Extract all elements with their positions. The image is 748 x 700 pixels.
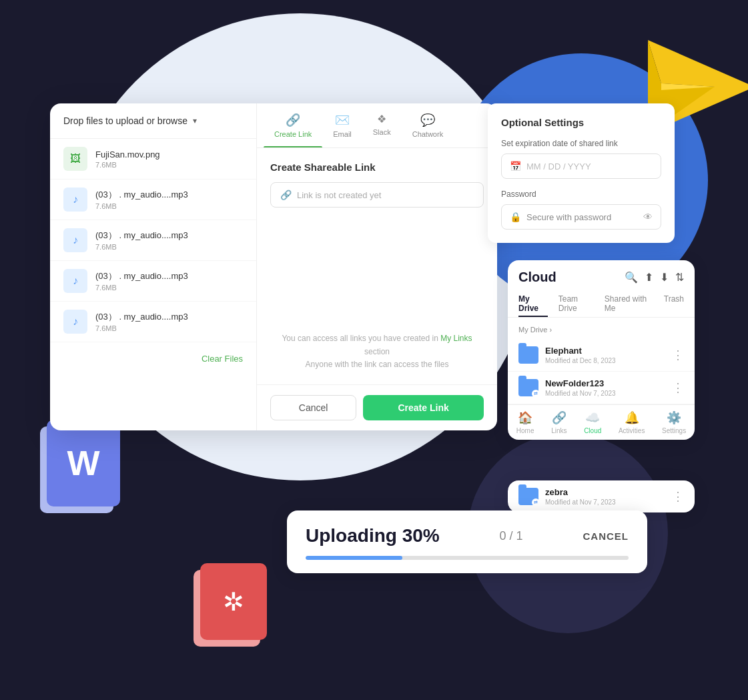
folder-date-newfolder: Modified at Nov 7, 2023: [545, 390, 665, 397]
word-letter: W: [67, 443, 99, 483]
info-line3: Anyone with the link can access the file…: [306, 360, 449, 369]
nav-links-label: Links: [551, 427, 567, 434]
file-info-1: (03） . my_audio....mp3 7.6MB: [95, 189, 243, 210]
slack-icon: ❖: [377, 113, 386, 125]
tab-create-link[interactable]: 🔗 Create Link: [264, 103, 322, 147]
create-link-button[interactable]: Create Link: [363, 395, 484, 420]
file-name-0: FujiSan.mov.png: [95, 149, 243, 159]
upload-count: 0 / 1: [500, 529, 523, 543]
nav-home[interactable]: 🏠 Home: [516, 410, 534, 434]
expiration-label: Set expiration date of shared link: [501, 139, 661, 148]
share-panel: 🔗 Create Link ✉️ Email ❖ Slack 💬 Chatwor…: [257, 103, 497, 430]
nav-cloud-label: Cloud: [584, 427, 601, 434]
file-item-1[interactable]: ♪ (03） . my_audio....mp3 7.6MB: [50, 180, 256, 220]
file-icon-mp3-4: ♪: [63, 310, 87, 334]
cloud-tab-trash[interactable]: Trash: [664, 290, 684, 317]
upload-info-row: Uploading 30% 0 / 1 CANCEL: [306, 525, 629, 547]
upload-progress-panel: Uploading 30% 0 / 1 CANCEL: [287, 510, 647, 573]
file-icon-png: 🖼: [63, 147, 87, 171]
upload-cancel-button[interactable]: CANCEL: [583, 531, 629, 542]
more-icon-elephant[interactable]: ⋮: [672, 348, 684, 362]
eye-icon[interactable]: 👁: [643, 212, 653, 222]
file-size-3: 7.6MB: [95, 284, 243, 292]
upload-header-text: Drop files to upload or browse: [63, 115, 188, 126]
file-icon-mp3-3: ♪: [63, 269, 87, 293]
info-text: You can access all links you have create…: [270, 332, 484, 371]
upload-icon[interactable]: ⬆: [645, 271, 653, 284]
folder-icon-zebra: ⇄: [518, 488, 538, 505]
chatwork-icon: 💬: [420, 113, 435, 127]
link-placeholder-text: Link is not created yet: [297, 190, 381, 200]
clear-files-button[interactable]: Clear Files: [202, 354, 243, 364]
share-footer: Cancel Create Link: [257, 384, 497, 430]
folder-item-newfolder[interactable]: ⇄ NewFolder123 Modified at Nov 7, 2023 ⋮: [508, 372, 695, 404]
cloud-tab-team-drive[interactable]: Team Drive: [558, 290, 594, 317]
date-placeholder: MM / DD / YYYY: [526, 161, 591, 171]
file-item-4[interactable]: ♪ (03） . my_audio....mp3 7.6MB: [50, 302, 256, 342]
cloud-header: Cloud 🔍 ⬆ ⬇ ⇅: [508, 260, 695, 290]
cancel-button[interactable]: Cancel: [270, 395, 356, 420]
password-label: Password: [501, 190, 661, 199]
upload-percentage: Uploading 30%: [306, 525, 440, 547]
share-badge-icon: ⇄: [532, 390, 540, 398]
tab-slack[interactable]: ❖ Slack: [362, 103, 402, 147]
share-content: Create Shareable Link 🔗 Link is not crea…: [257, 148, 497, 384]
folder-info-zebra: zebra Modified at Nov 7, 2023: [545, 487, 665, 506]
shared-label: Shared with Me: [605, 294, 647, 313]
search-icon[interactable]: 🔍: [625, 271, 638, 284]
pdf-doc-decoration: ✲: [200, 563, 267, 640]
folder-date-zebra: Modified at Nov 7, 2023: [545, 498, 665, 506]
file-icon-mp3-2: ♪: [63, 228, 87, 252]
download-icon[interactable]: ⬇: [660, 271, 669, 284]
section-text: section: [364, 347, 390, 356]
file-name-3: (03） . my_audio....mp3: [95, 270, 243, 282]
tab-chatwork[interactable]: 💬 Chatwork: [402, 103, 454, 147]
tab-slack-label: Slack: [373, 128, 391, 136]
nav-activities[interactable]: 🔔 Activities: [619, 410, 645, 434]
email-icon: ✉️: [335, 113, 350, 127]
file-info-2: (03） . my_audio....mp3 7.6MB: [95, 230, 243, 251]
file-item-2[interactable]: ♪ (03） . my_audio....mp3 7.6MB: [50, 220, 256, 261]
info-line1: You can access all links you have create…: [282, 334, 438, 343]
password-input[interactable]: 🔒 Secure with password 👁: [501, 204, 661, 230]
file-size-0: 7.6MB: [95, 161, 243, 169]
cloud-action-icons: 🔍 ⬆ ⬇ ⇅: [625, 271, 684, 284]
file-name-1: (03） . my_audio....mp3: [95, 189, 243, 201]
word-doc-decoration: W: [47, 420, 120, 506]
chevron-down-icon: ▾: [193, 116, 197, 125]
folder-date-elephant: Modified at Dec 8, 2023: [545, 357, 665, 364]
cloud-nav-tabs: My Drive Team Drive Shared with Me Trash: [508, 290, 695, 318]
tab-email[interactable]: ✉️ Email: [322, 103, 362, 147]
file-item-0[interactable]: 🖼 FujiSan.mov.png 7.6MB: [50, 139, 256, 180]
share-badge-zebra: ⇄: [532, 498, 540, 506]
file-list-panel: Drop files to upload or browse ▾ 🖼 FujiS…: [50, 103, 257, 430]
more-icon-zebra[interactable]: ⋮: [672, 489, 684, 504]
date-input[interactable]: 📅 MM / DD / YYYY: [501, 153, 661, 179]
settings-title: Optional Settings: [501, 117, 661, 128]
link-input-box[interactable]: 🔗 Link is not created yet: [270, 182, 484, 208]
calendar-icon: 📅: [510, 161, 521, 171]
links-icon: 🔗: [552, 410, 567, 425]
more-icon-newfolder[interactable]: ⋮: [672, 380, 684, 395]
cloud-tab-shared[interactable]: Shared with Me: [605, 290, 653, 317]
folder-item-zebra[interactable]: ⇄ zebra Modified at Nov 7, 2023 ⋮: [518, 487, 684, 506]
my-links-link[interactable]: My Links: [440, 334, 472, 343]
cloud-breadcrumb: My Drive ›: [508, 323, 695, 339]
folder-icon-elephant: [518, 346, 538, 364]
link-small-icon: 🔗: [280, 190, 292, 200]
upload-header[interactable]: Drop files to upload or browse ▾: [50, 103, 256, 139]
cloud-panel-bottom: ⇄ zebra Modified at Nov 7, 2023 ⋮: [508, 480, 695, 512]
progress-bar: [306, 556, 629, 560]
file-item-3[interactable]: ♪ (03） . my_audio....mp3 7.6MB: [50, 261, 256, 302]
settings-icon: ⚙️: [667, 410, 681, 425]
sort-icon[interactable]: ⇅: [675, 271, 684, 284]
file-info-0: FujiSan.mov.png 7.6MB: [95, 149, 243, 169]
nav-links[interactable]: 🔗 Links: [551, 410, 567, 434]
nav-cloud[interactable]: ☁️ Cloud: [584, 410, 601, 434]
file-info-3: (03） . my_audio....mp3 7.6MB: [95, 270, 243, 292]
folder-name-newfolder: NewFolder123: [545, 378, 665, 388]
nav-settings[interactable]: ⚙️ Settings: [662, 410, 686, 434]
tab-email-label: Email: [333, 130, 352, 138]
folder-item-elephant[interactable]: Elephant Modified at Dec 8, 2023 ⋮: [508, 339, 695, 372]
cloud-tab-my-drive[interactable]: My Drive: [518, 290, 548, 317]
